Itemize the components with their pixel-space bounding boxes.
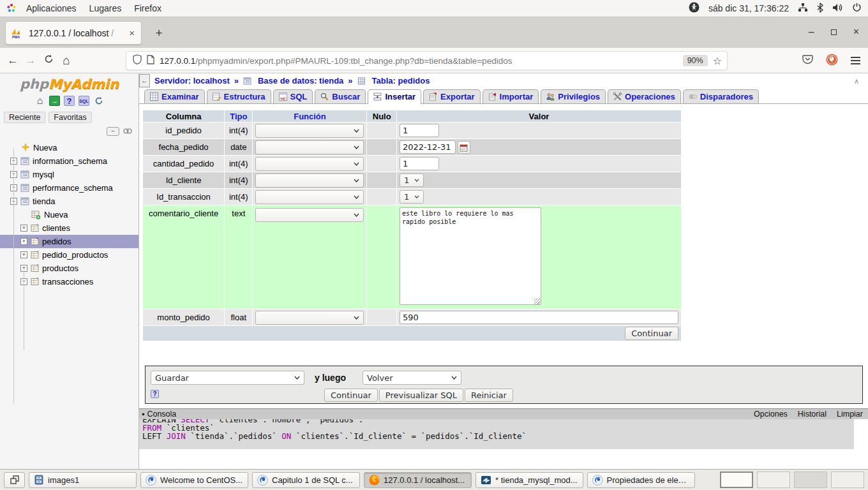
menu-aplicaciones[interactable]: Aplicaciones <box>20 0 83 17</box>
scroll-top-icon[interactable]: ∧ <box>851 75 862 86</box>
power-icon[interactable] <box>852 3 862 14</box>
zoom-level-badge[interactable]: 90% <box>683 55 708 66</box>
after-insert-select[interactable]: Volver <box>363 371 461 385</box>
show-desktop-button[interactable] <box>4 472 25 488</box>
console-history-link[interactable]: Historial <box>798 410 827 419</box>
workspace-2[interactable] <box>757 471 790 488</box>
url-text[interactable]: 127.0.0.1/phpmyadmin/export.php#PMAURL-1… <box>160 56 678 66</box>
expander-icon[interactable]: + <box>20 238 27 245</box>
reload-button[interactable] <box>40 54 57 67</box>
value-select-id-cliente[interactable]: 1 <box>400 174 424 187</box>
accessibility-icon[interactable] <box>689 2 700 15</box>
menu-hamburger-icon[interactable] <box>851 57 860 64</box>
home-button[interactable]: ⌂ <box>57 54 75 68</box>
col-header-funcion[interactable]: Función <box>253 110 366 122</box>
home-icon[interactable]: ⌂ <box>34 96 45 106</box>
taskbar-window-propiedades[interactable]: Propiedades de elem... <box>587 472 695 488</box>
value-input-id-pedido[interactable] <box>400 124 439 137</box>
favorite-tables-button[interactable]: Favoritas <box>49 112 91 123</box>
value-select-id-transaccion[interactable]: 1 <box>400 190 424 204</box>
tab-sql[interactable]: sql SQL <box>273 89 313 103</box>
logout-icon[interactable]: → <box>49 96 60 106</box>
pocket-icon[interactable] <box>802 54 813 67</box>
tree-item-tienda[interactable]: − tienda <box>0 195 138 208</box>
insert-action-select[interactable]: Guardar <box>151 371 304 385</box>
tab-buscar[interactable]: Buscar <box>315 89 366 103</box>
tab-examinar[interactable]: Examinar <box>144 89 205 103</box>
duckduckgo-extension-icon[interactable] <box>826 54 838 68</box>
menu-lugares[interactable]: Lugares <box>83 0 128 17</box>
collapse-all-button[interactable]: − <box>107 127 119 136</box>
resize-handle[interactable] <box>534 299 540 304</box>
col-header-tipo[interactable]: Tipo <box>225 110 252 122</box>
function-select[interactable] <box>255 208 364 222</box>
continue-button[interactable]: Continuar <box>625 327 678 340</box>
url-bar[interactable]: 127.0.0.1/phpmyadmin/export.php#PMAURL-1… <box>126 51 728 70</box>
expander-icon[interactable]: + <box>20 225 27 232</box>
function-select[interactable] <box>255 190 364 204</box>
expander-icon[interactable]: + <box>20 251 27 258</box>
tree-item-productos[interactable]: + productos <box>0 262 138 275</box>
window-restore-button[interactable] <box>831 29 837 35</box>
page-info-icon[interactable] <box>147 55 154 67</box>
calendar-picker-button[interactable] <box>458 141 470 154</box>
tree-item-transacciones[interactable]: + transacciones <box>0 275 138 288</box>
tree-item-mysql[interactable]: + mysql <box>0 168 138 181</box>
function-select[interactable] <box>255 124 364 138</box>
console-query-area[interactable]: EXPLAIN SELECT `clientes`.`nombre`, `ped… <box>139 419 854 449</box>
workspace-1[interactable] <box>720 471 753 488</box>
shield-icon[interactable] <box>133 54 142 67</box>
bookmark-star-icon[interactable]: ☆ <box>713 55 722 67</box>
tab-privilegios[interactable]: Privilegios <box>541 89 606 103</box>
tree-item-pedido-productos[interactable]: + pedido_productos <box>0 248 138 262</box>
reset-button[interactable]: Reiniciar <box>465 389 513 402</box>
value-input-cantidad-pedido[interactable] <box>400 157 439 170</box>
preview-sql-button[interactable]: Previsualizar SQL <box>379 389 463 402</box>
volume-icon[interactable] <box>832 3 843 15</box>
window-close-button[interactable]: × <box>853 27 859 37</box>
function-select[interactable] <box>255 140 364 154</box>
console-options-link[interactable]: Opciones <box>754 410 788 419</box>
tab-close-icon[interactable]: × <box>128 27 136 38</box>
tab-importar[interactable]: Importar <box>483 89 539 103</box>
breadcrumb-server[interactable]: Servidor: localhost <box>154 76 230 85</box>
value-textarea-comentario[interactable]: este libro lo requiere lo mas rapido pos… <box>400 207 541 305</box>
workspace-3[interactable] <box>794 471 827 488</box>
tab-insertar[interactable]: Insertar <box>368 89 421 104</box>
taskbar-window-workbench[interactable]: * tienda_mysql_mod... <box>475 472 583 488</box>
forward-button[interactable]: → <box>22 54 40 67</box>
function-select[interactable] <box>255 174 364 188</box>
tree-item-new-database[interactable]: Nueva <box>0 141 138 154</box>
taskbar-window-images1[interactable]: images1 <box>29 472 137 488</box>
function-select[interactable] <box>255 157 364 171</box>
console-header[interactable]: ▪ Consola Opciones Historial Limpiar <box>139 408 868 419</box>
clock[interactable]: sáb dic 31, 17:36:22 <box>708 3 789 13</box>
new-tab-button[interactable]: + <box>151 25 167 41</box>
console-clear-link[interactable]: Limpiar <box>837 410 863 419</box>
breadcrumb-database[interactable]: Base de datos: tienda <box>258 76 343 85</box>
value-input-fecha-pedido[interactable] <box>400 140 456 154</box>
tree-item-clientes[interactable]: + clientes <box>0 221 138 235</box>
recent-tables-button[interactable]: Reciente <box>4 112 45 123</box>
window-minimize-button[interactable]: – <box>809 27 814 37</box>
taskbar-window-localhost[interactable]: 127.0.0.1 / localhost... <box>364 472 472 488</box>
tree-item-new-table[interactable]: Nueva <box>0 208 138 221</box>
continue-button[interactable]: Continuar <box>324 389 378 402</box>
sql-window-icon[interactable]: SQL <box>79 96 89 106</box>
bluetooth-icon[interactable] <box>817 3 823 15</box>
workspace-4[interactable] <box>831 471 864 488</box>
tree-item-information-schema[interactable]: + information_schema <box>0 154 138 168</box>
breadcrumb-table[interactable]: Tabla: pedidos <box>372 76 430 85</box>
tree-item-pedidos[interactable]: + pedidos <box>0 235 138 248</box>
back-button[interactable]: ← <box>4 54 22 67</box>
browser-tab[interactable]: PMA 127.0.0.1 / localhost / × <box>5 21 142 45</box>
taskbar-window-capitulo-sql[interactable]: Capitulo 1 de SQL c... <box>252 472 360 488</box>
refresh-icon[interactable] <box>93 96 104 106</box>
value-input-monto-pedido[interactable] <box>400 311 678 324</box>
help-icon[interactable]: ? <box>64 96 75 106</box>
tab-operaciones[interactable]: Operaciones <box>608 89 681 103</box>
tree-item-performance-schema[interactable]: + performance_schema <box>0 181 138 195</box>
menu-firefox[interactable]: Firefox <box>128 0 168 17</box>
network-icon[interactable] <box>798 3 808 15</box>
nav-panel-toggle-button[interactable]: ← <box>139 74 150 87</box>
